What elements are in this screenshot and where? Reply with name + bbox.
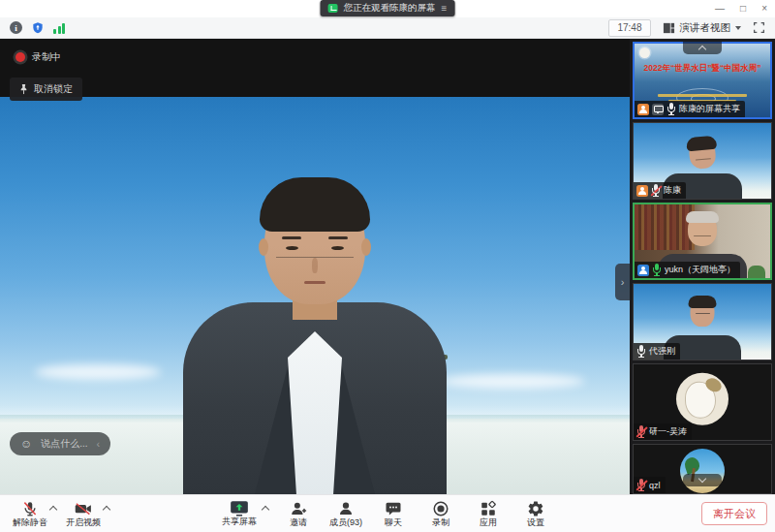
glasses-shape xyxy=(276,240,354,258)
toolbar-center-group: 共享屏幕 邀请 成员(93) xyxy=(217,500,558,528)
thumbnail-participant[interactable]: 研一-吴涛 xyxy=(633,363,772,441)
avatar xyxy=(680,449,725,493)
members-button[interactable]: 成员(93) xyxy=(324,500,368,528)
ear-shape xyxy=(361,238,371,256)
fullscreen-icon[interactable] xyxy=(753,21,765,34)
mic-icon xyxy=(666,103,676,115)
collapse-left-icon[interactable]: ‹ xyxy=(97,438,101,450)
unmute-button[interactable]: 解除静音 xyxy=(8,500,52,528)
banner-menu-icon[interactable]: ≡ xyxy=(442,4,448,14)
mini-person-head xyxy=(688,213,717,246)
participant-name: yukn（天阔地亭） xyxy=(665,264,735,276)
watching-screen-banner[interactable]: 您正在观看陈康的屏幕 ≡ xyxy=(321,0,455,16)
start-video-label: 开启视频 xyxy=(66,518,101,528)
participant-name: 陈康 xyxy=(664,184,681,197)
close-button[interactable]: × xyxy=(761,4,767,14)
university-logo xyxy=(639,47,650,58)
share-options-chevron[interactable] xyxy=(261,504,269,513)
scroll-down-button[interactable] xyxy=(683,474,722,486)
participant-label: yukn（天阔地亭） xyxy=(635,262,740,278)
message-placeholder: 说点什么... xyxy=(41,437,87,451)
settings-button[interactable]: 设置 xyxy=(513,500,558,528)
network-signal-icon[interactable] xyxy=(53,22,65,34)
share-screen-icon xyxy=(230,500,249,516)
participant-label: 代强刚 xyxy=(634,343,680,360)
speaker-figure xyxy=(165,182,465,494)
mini-person-head xyxy=(691,297,715,327)
participant-name: 研一-吴涛 xyxy=(649,425,687,438)
speaker-head xyxy=(264,182,365,304)
maximize-button[interactable]: □ xyxy=(740,4,746,14)
chevron-up-icon xyxy=(698,45,707,51)
apps-icon xyxy=(480,500,497,517)
apps-button[interactable]: 应用 xyxy=(466,500,511,528)
view-mode-dropdown[interactable]: 演讲者视图 xyxy=(663,21,742,35)
participant-label: qzl xyxy=(634,477,666,493)
chat-icon xyxy=(385,500,402,517)
record-icon xyxy=(432,500,450,517)
screen-share-badge-icon xyxy=(652,104,664,115)
host-badge-icon xyxy=(636,185,648,197)
thumbnail-participant[interactable]: 陈康 xyxy=(633,122,772,200)
pin-icon xyxy=(19,83,28,95)
window-controls: — □ × xyxy=(715,0,767,16)
smiley-icon[interactable]: ☺ xyxy=(20,438,32,450)
slide-subtitle-bar xyxy=(658,94,747,97)
video-options-chevron[interactable] xyxy=(102,504,110,513)
cloud-shape xyxy=(35,364,161,380)
nose-shape xyxy=(312,258,318,273)
share-screen-button[interactable]: 共享屏幕 xyxy=(217,500,262,527)
record-label: 录制 xyxy=(432,518,450,528)
members-label: 成员(93) xyxy=(329,518,362,528)
unmute-label: 解除静音 xyxy=(13,518,47,528)
mic-muted-icon xyxy=(651,184,661,197)
bottom-toolbar: 解除静音 开启视频 共享屏幕 xyxy=(0,494,775,532)
leave-meeting-button[interactable]: 离开会议 xyxy=(701,502,767,525)
record-button[interactable]: 录制 xyxy=(418,500,463,528)
speaker-hair xyxy=(260,177,370,232)
brow-shape xyxy=(328,236,348,239)
thumbnail-participant[interactable]: qzl xyxy=(633,444,772,494)
mini-person-hair xyxy=(686,136,717,151)
participant-label: 陈康 xyxy=(634,182,686,199)
quick-message-input[interactable]: ☺ 说点什么... ‹ xyxy=(10,432,110,455)
mic-muted-icon xyxy=(636,425,646,438)
minimize-button[interactable]: — xyxy=(715,4,725,14)
participant-name: 代强刚 xyxy=(649,345,675,358)
host-badge-icon xyxy=(637,104,649,115)
sidebar-collapse-tab[interactable]: › xyxy=(615,264,630,300)
mini-person-glasses xyxy=(696,313,710,315)
plant-shape xyxy=(748,266,765,278)
invite-label: 邀请 xyxy=(290,518,307,528)
start-video-button[interactable]: 开启视频 xyxy=(61,500,106,528)
invite-button[interactable]: 邀请 xyxy=(276,500,321,528)
main-stage: 录制中 取消锁定 xyxy=(0,39,630,494)
unpin-button[interactable]: 取消锁定 xyxy=(10,78,82,101)
participants-sidebar: 2022年“世界水日”暨“中国水周” 陈康的屏幕共享 xyxy=(630,39,775,494)
layout-icon xyxy=(663,22,675,34)
thumbnail-participant[interactable]: 代强刚 xyxy=(633,283,772,360)
participant-label: 陈康的屏幕共享 xyxy=(635,101,745,117)
gear-icon xyxy=(527,500,544,517)
shield-icon[interactable] xyxy=(31,21,45,35)
recording-label: 录制中 xyxy=(32,50,61,64)
mini-person-mouth xyxy=(695,158,710,161)
mic-icon xyxy=(636,345,646,358)
mini-person-mouth xyxy=(694,235,711,237)
mic-active-icon xyxy=(652,264,662,276)
info-icon[interactable]: i xyxy=(10,21,22,34)
cohost-badge-icon xyxy=(637,265,649,276)
thumbnail-participant-speaking[interactable]: yukn（天阔地亭） xyxy=(633,203,772,280)
chat-button[interactable]: 聊天 xyxy=(371,500,416,528)
scroll-up-button[interactable] xyxy=(683,42,722,54)
clock: 17:48 xyxy=(608,19,650,37)
content-area: 录制中 取消锁定 xyxy=(0,39,775,494)
camera-muted-icon xyxy=(74,500,93,517)
chevron-down-icon xyxy=(698,477,707,484)
mouth-shape xyxy=(304,281,326,284)
share-screen-label: 共享屏幕 xyxy=(222,517,257,527)
speaker-shirt xyxy=(288,331,342,494)
mic-options-chevron[interactable] xyxy=(48,504,57,513)
mic-muted-icon xyxy=(636,479,646,491)
title-bar: 您正在观看陈康的屏幕 ≡ — □ × xyxy=(0,0,775,17)
